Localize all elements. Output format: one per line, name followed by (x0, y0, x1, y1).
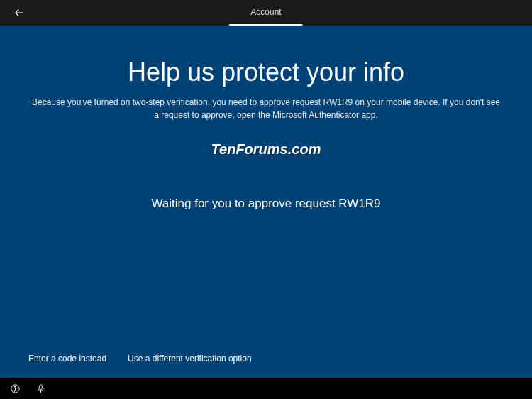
ease-of-access-button[interactable] (9, 382, 21, 395)
titlebar: Account (0, 0, 532, 26)
status-text: Waiting for you to approve request RW1R9 (28, 197, 504, 211)
taskbar (0, 378, 532, 399)
microphone-icon (35, 383, 46, 394)
main-content: Help us protect your info Because you've… (0, 26, 532, 378)
microphone-button[interactable] (34, 382, 47, 395)
tab-account[interactable]: Account (229, 0, 302, 26)
back-button[interactable] (11, 4, 28, 21)
tab-label: Account (250, 7, 281, 17)
watermark-text: TenForums.com (28, 141, 504, 158)
svg-rect-2 (39, 384, 42, 389)
ease-of-access-icon (10, 383, 21, 394)
page-description: Because you've turned on two-step verifi… (28, 96, 504, 121)
bottom-links: Enter a code instead Use a different ver… (28, 354, 252, 364)
svg-point-1 (14, 386, 16, 387)
enter-code-link[interactable]: Enter a code instead (28, 354, 106, 364)
different-option-link[interactable]: Use a different verification option (128, 354, 252, 364)
page-heading: Help us protect your info (28, 58, 504, 87)
arrow-left-icon (13, 6, 26, 19)
tab-container: Account (229, 0, 302, 26)
